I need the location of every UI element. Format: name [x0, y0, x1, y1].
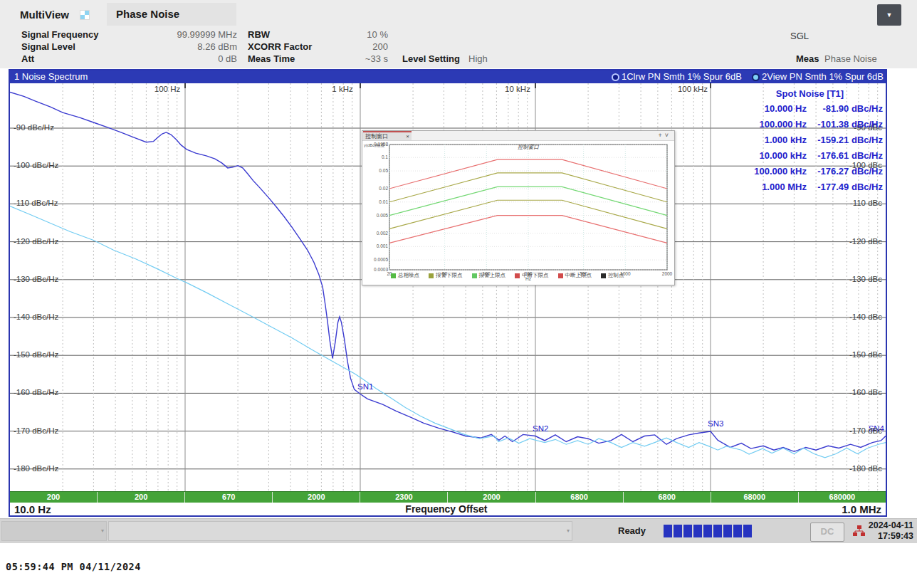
spot-noise-frequency: 100.000 kHz	[737, 164, 807, 179]
spot-noise-value: -81.90 dBc/Hz	[807, 101, 883, 117]
start-frequency: 10.0 Hz	[14, 503, 51, 515]
trace1-legend-item[interactable]: 1Clrw PN Smth 1% Spur 6dB	[612, 70, 742, 83]
overlay-legend-item: 控制点	[601, 272, 624, 279]
trace2-legend-item[interactable]: 2View PN Smth 1% Spur 6dB	[752, 70, 884, 83]
ready-status: Ready	[618, 525, 646, 536]
y-axis-label-left: -140 dBc/Hz	[14, 313, 58, 321]
overlay-y-tick: 0.01	[379, 199, 388, 204]
segment-rbw-value: 2000	[273, 492, 360, 503]
overlay-chart: 0.19580.10.050.020.010.0050.0020.0010.00…	[362, 141, 674, 280]
lan-network-icon[interactable]	[853, 525, 866, 537]
remote-control-window[interactable]: 控制窗口 × +˅ 0.19580.10.050.020.010.0050.00…	[362, 130, 675, 285]
overlay-y-tick: 0.0005	[374, 257, 388, 262]
tab-phase-noise[interactable]: Phase Noise	[107, 3, 236, 26]
progress-block	[713, 525, 722, 537]
xcorr-label: XCORR Factor	[248, 41, 312, 52]
overlay-legend-item: 报警下限点	[429, 272, 463, 279]
segment-rbw-value: 68000	[711, 492, 799, 503]
sgl-indicator: SGL	[790, 31, 809, 41]
legend-color-swatch	[515, 273, 520, 278]
trace-legend: 1Clrw PN Smth 1% Spur 6dB 2View PN Smth …	[612, 70, 884, 83]
legend-color-swatch	[391, 273, 396, 278]
y-axis-label-left: -160 dBc/Hz	[14, 388, 58, 397]
status-bar: ▾ ▾ Ready DC 2024-04-11 17:59:43	[0, 518, 917, 543]
y-axis-label-left: -120 dBc/Hz	[14, 237, 58, 246]
y-axis-label-right: -160 dBc	[849, 388, 882, 397]
overlay-legend: 总相噪点报警下限点报警上限点中断下限点中断上限点控制点	[391, 272, 624, 279]
instrument-screen: MultiView Phase Noise ▼ Signal Frequency…	[0, 0, 917, 588]
level-setting-label: Level Setting	[402, 53, 460, 64]
dropdown-chevron-icon: ▾	[567, 527, 570, 534]
spot-noise-title: Spot Noise [T1]	[737, 87, 883, 101]
overlay-legend-item: 中断下限点	[515, 272, 549, 279]
spot-noise-frequency: 100.000 Hz	[737, 117, 807, 132]
segment-rbw-value: 6800	[624, 492, 711, 503]
y-axis-label-right: -150 dBc	[849, 350, 882, 359]
plus-icon[interactable]: +	[658, 132, 664, 139]
legend-label: 报警上限点	[479, 272, 506, 279]
trace2-bullet-icon	[752, 73, 760, 81]
segment-rbw-value: 6800	[536, 492, 624, 503]
overlay-y-tick: 0.1	[382, 154, 388, 159]
meas-time-label: Meas Time	[248, 53, 295, 64]
spot-noise-frequency: 10.000 kHz	[737, 148, 807, 164]
status-date: 2024-04-11	[869, 520, 913, 531]
overlay-tab[interactable]: 控制窗口 ×	[363, 131, 412, 140]
os-clock-text: 05:59:44 PM 04/11/2024	[6, 561, 141, 572]
marker-label-sn1[interactable]: SN1	[357, 382, 373, 391]
signal-frequency-label: Signal Frequency	[21, 29, 98, 40]
legend-color-swatch	[429, 273, 434, 278]
meas-value: Phase Noise	[824, 53, 877, 64]
chevron-down-icon: ▼	[886, 11, 893, 19]
segment-rbw-value: 2300	[360, 492, 448, 503]
overlay-legend-item: 中断上限点	[558, 272, 592, 279]
x-axis-tick-label: 10 kHz	[505, 85, 530, 93]
y-axis-label-right: -110 dBc	[850, 199, 882, 207]
trace2-label: 2View PN Smth 1% Spur 6dB	[762, 70, 884, 83]
stop-frequency: 1.0 MHz	[842, 503, 881, 515]
meas-label: Meas	[796, 53, 819, 64]
y-axis-label-left: -90 dBc/Hz	[14, 123, 54, 132]
overlay-window-controls[interactable]: +˅	[658, 132, 671, 139]
meas-time-value: ~33 s	[306, 53, 388, 64]
marker-label-sn3[interactable]: SN3	[708, 419, 723, 428]
signal-frequency-value: 99.99999 MHz	[125, 29, 237, 40]
overlay-tabbar: 控制窗口 × +˅	[362, 131, 674, 141]
y-axis-label-right: -130 dBc	[849, 275, 882, 283]
status-field-left[interactable]: ▾	[1, 521, 107, 541]
status-field-message[interactable]: ▾	[108, 521, 572, 541]
overlay-legend-item: 总相噪点	[391, 272, 419, 279]
tab-multiview[interactable]: MultiView	[20, 9, 69, 21]
window-titlebar[interactable]: 1 Noise Spectrum 1Clrw PN Smth 1% Spur 6…	[10, 70, 886, 83]
rbw-value: 10 %	[306, 29, 388, 40]
overlay-legend-item: 报警上限点	[472, 272, 506, 279]
spot-noise-frequency: 10.000 Hz	[737, 101, 807, 117]
y-axis-label-right: -140 dBc	[849, 313, 882, 321]
att-value: 0 dB	[125, 53, 237, 64]
spot-noise-row: 10.000 kHz-176.61 dBc/Hz	[737, 148, 883, 164]
y-axis-label-left: -150 dBc/Hz	[14, 350, 58, 359]
marker-label-sn2[interactable]: SN2	[533, 424, 548, 433]
progress-block	[703, 525, 712, 537]
progress-indicator	[664, 525, 752, 537]
x-axis-tick-label: 1 kHz	[332, 85, 352, 93]
signal-level-value: 8.26 dBm	[125, 41, 237, 52]
segment-rbw-value: 670	[185, 492, 273, 503]
legend-color-swatch	[601, 273, 606, 278]
spot-noise-frequency: 1.000 kHz	[737, 132, 807, 148]
progress-block	[683, 525, 692, 537]
close-icon[interactable]: ×	[406, 133, 409, 140]
dropdown-chevron-icon: ▾	[101, 527, 104, 534]
progress-block	[743, 525, 752, 537]
date-time: 2024-04-11 17:59:43	[869, 520, 913, 542]
spot-noise-table: Spot Noise [T1] 10.000 Hz-81.90 dBc/Hz10…	[737, 87, 883, 195]
spot-noise-row: 100.000 kHz-176.27 dBc/Hz	[737, 164, 883, 179]
dc-button[interactable]: DC	[810, 523, 844, 542]
overlay-y-tick: 0.02	[379, 186, 388, 191]
overlay-x-tick: 2000	[662, 271, 673, 276]
header-band: MultiView Phase Noise ▼ Signal Frequency…	[0, 0, 917, 68]
overlay-y-tick: 0.005	[377, 213, 389, 218]
spot-noise-value: -176.61 dBc/Hz	[807, 148, 883, 164]
collapse-icon[interactable]: ˅	[665, 132, 671, 139]
window-menu-button[interactable]: ▼	[877, 4, 901, 26]
